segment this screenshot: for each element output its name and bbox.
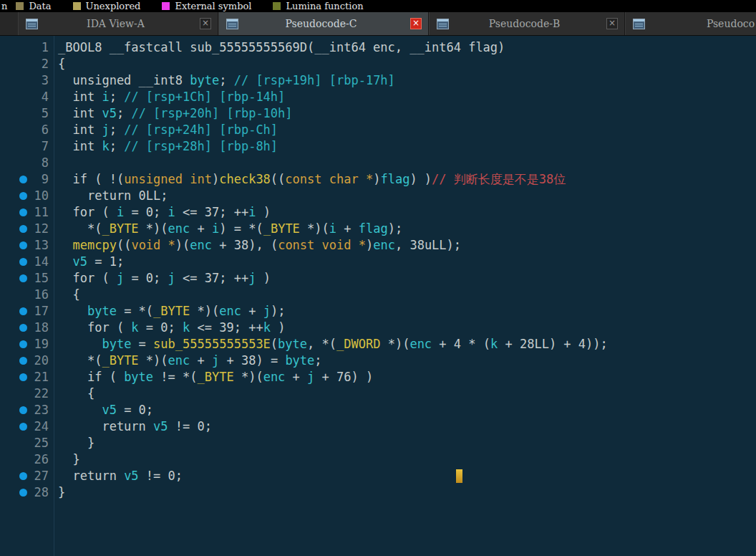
gutter-cell[interactable]: 24 bbox=[0, 418, 54, 435]
breakpoint-dot[interactable] bbox=[19, 340, 27, 348]
code-text[interactable]: for ( i = 0; i <= 37; ++i ) bbox=[58, 204, 756, 221]
code-text[interactable]: if ( !(unsigned int)check38((const char … bbox=[58, 171, 756, 188]
line-number: 18 bbox=[34, 320, 49, 336]
gutter-cell[interactable]: 12 bbox=[0, 221, 54, 237]
line-number: 26 bbox=[34, 451, 49, 468]
code-text[interactable]: v5 = 1; bbox=[58, 254, 756, 270]
line-number: 27 bbox=[34, 468, 49, 484]
gutter-cell[interactable]: 25 bbox=[0, 435, 54, 451]
gutter-cell[interactable]: 26 bbox=[0, 451, 54, 468]
code-text[interactable]: int k; // [rsp+28h] [rbp-8h] bbox=[58, 138, 756, 155]
breakpoint-dot[interactable] bbox=[19, 423, 27, 431]
breakpoint-dot[interactable] bbox=[19, 307, 27, 315]
code-text[interactable]: unsigned __int8 byte; // [rsp+19h] [rbp-… bbox=[58, 72, 756, 89]
close-icon[interactable] bbox=[200, 18, 211, 29]
code-text[interactable]: return 0LL; bbox=[58, 188, 756, 204]
gutter-cell[interactable]: 5 bbox=[0, 105, 54, 122]
gutter-cell[interactable]: 27 bbox=[0, 468, 54, 484]
code-text[interactable]: } bbox=[58, 435, 756, 451]
line-number: 20 bbox=[34, 353, 49, 369]
code-text[interactable]: int j; // [rsp+24h] [rbp-Ch] bbox=[58, 122, 756, 138]
gutter-cell[interactable]: 23 bbox=[0, 402, 54, 418]
gutter-cell[interactable]: 22 bbox=[0, 385, 54, 402]
breakpoint-dot[interactable] bbox=[19, 489, 27, 497]
gutter-cell[interactable]: 20 bbox=[0, 353, 54, 369]
code-line: 2{ bbox=[0, 56, 756, 72]
pseudocode-editor[interactable]: 1_BOOL8 __fastcall sub_55555555569D(__in… bbox=[0, 36, 756, 556]
code-text[interactable]: return v5 != 0; bbox=[58, 418, 756, 435]
gutter-cell[interactable]: 1 bbox=[0, 39, 54, 56]
code-text[interactable]: byte = sub_55555555553E(byte, *(_DWORD *… bbox=[58, 336, 756, 353]
code-text[interactable]: *(_BYTE *)(enc + i) = *(_BYTE *)(i + fla… bbox=[58, 221, 756, 237]
gutter-cell[interactable]: 10 bbox=[0, 188, 54, 204]
gutter-cell[interactable]: 13 bbox=[0, 237, 54, 254]
breakpoint-dot[interactable] bbox=[19, 225, 27, 233]
tab-pseudocode-c[interactable]: Pseudocode-C bbox=[218, 12, 429, 35]
code-line: 19 byte = sub_55555555553E(byte, *(_DWOR… bbox=[0, 336, 756, 353]
code-text[interactable]: for ( j = 0; j <= 37; ++j ) bbox=[58, 270, 756, 287]
breakpoint-dot[interactable] bbox=[19, 472, 27, 480]
code-text[interactable]: memcpy((void *)(enc + 38), (const void *… bbox=[58, 237, 756, 254]
code-text[interactable]: } bbox=[58, 451, 756, 468]
gutter-cell[interactable]: 9 bbox=[0, 171, 54, 188]
breakpoint-dot[interactable] bbox=[19, 192, 27, 200]
gutter-cell[interactable]: 3 bbox=[0, 72, 54, 89]
gutter-cell[interactable]: 8 bbox=[0, 155, 54, 171]
code-text[interactable]: return v5 != 0; bbox=[58, 468, 756, 484]
breakpoint-dot[interactable] bbox=[19, 241, 27, 249]
code-text[interactable]: { bbox=[58, 56, 756, 72]
code-text[interactable]: _BOOL8 __fastcall sub_55555555569D(__int… bbox=[58, 39, 756, 56]
breakpoint-dot[interactable] bbox=[19, 208, 27, 216]
code-text[interactable]: v5 = 0; bbox=[58, 402, 756, 418]
close-icon[interactable] bbox=[606, 18, 618, 29]
line-number: 11 bbox=[34, 204, 49, 221]
tab-ida-view-a[interactable]: IDA View-A bbox=[18, 12, 218, 35]
gutter-cell[interactable]: 21 bbox=[0, 369, 54, 385]
code-text[interactable]: } bbox=[58, 484, 756, 501]
gutter-cell[interactable]: 11 bbox=[0, 204, 54, 221]
gutter-cell[interactable]: 4 bbox=[0, 89, 54, 105]
gutter-cell[interactable]: 6 bbox=[0, 122, 54, 138]
code-text[interactable]: *(_BYTE *)(enc + j + 38) = byte; bbox=[58, 353, 756, 369]
legend-item: Unexplored bbox=[73, 1, 141, 11]
line-number: 10 bbox=[34, 188, 49, 204]
gutter-cell[interactable]: 16 bbox=[0, 287, 54, 303]
gutter-cell[interactable]: 7 bbox=[0, 138, 54, 155]
tab-label: Pseudocode-B bbox=[449, 18, 600, 29]
gutter-cell[interactable]: 2 bbox=[0, 56, 54, 72]
breakpoint-dot[interactable] bbox=[19, 373, 27, 381]
code-line: 14 v5 = 1; bbox=[0, 254, 756, 270]
gutter-cell[interactable]: 15 bbox=[0, 270, 54, 287]
gutter-cell[interactable]: 17 bbox=[0, 303, 54, 320]
code-text[interactable]: int v5; // [rsp+20h] [rbp-10h] bbox=[58, 105, 756, 122]
code-line: 17 byte = *(_BYTE *)(enc + j); bbox=[0, 303, 756, 320]
breakpoint-dot[interactable] bbox=[19, 357, 27, 365]
tab-pseudoco[interactable]: Pseudoco bbox=[625, 12, 756, 35]
breakpoint-dot[interactable] bbox=[19, 258, 27, 266]
gutter-cell[interactable]: 18 bbox=[0, 320, 54, 336]
gutter-cell[interactable]: 19 bbox=[0, 336, 54, 353]
code-text[interactable]: byte = *(_BYTE *)(enc + j); bbox=[58, 303, 756, 320]
code-text[interactable]: if ( byte != *(_BYTE *)(enc + j + 76) ) bbox=[58, 369, 756, 385]
tab-pseudocode-b[interactable]: Pseudocode-B bbox=[429, 12, 625, 35]
code-text[interactable]: for ( k = 0; k <= 39; ++k ) bbox=[58, 320, 756, 336]
gutter-cell[interactable]: 28 bbox=[0, 484, 54, 501]
code-text[interactable]: int i; // [rsp+1Ch] [rbp-14h] bbox=[58, 89, 756, 105]
legend-bar: n DataUnexploredExternal symbolLumina fu… bbox=[0, 0, 756, 12]
breakpoint-dot[interactable] bbox=[19, 324, 27, 332]
window-icon bbox=[26, 19, 38, 29]
code-text[interactable]: { bbox=[58, 287, 756, 303]
code-text[interactable]: { bbox=[58, 385, 756, 402]
code-line: 27 return v5 != 0; bbox=[0, 468, 756, 484]
breakpoint-dot[interactable] bbox=[19, 406, 27, 414]
line-number: 19 bbox=[34, 336, 49, 353]
code-line: 4 int i; // [rsp+1Ch] [rbp-14h] bbox=[0, 89, 756, 105]
legend-color-swatch bbox=[16, 2, 24, 10]
breakpoint-dot[interactable] bbox=[19, 274, 27, 282]
line-number: 28 bbox=[34, 484, 49, 501]
gutter-cell[interactable]: 14 bbox=[0, 254, 54, 270]
breakpoint-dot[interactable] bbox=[19, 176, 27, 183]
close-icon[interactable] bbox=[410, 18, 422, 29]
line-number: 23 bbox=[34, 402, 49, 418]
line-number: 25 bbox=[34, 435, 49, 451]
